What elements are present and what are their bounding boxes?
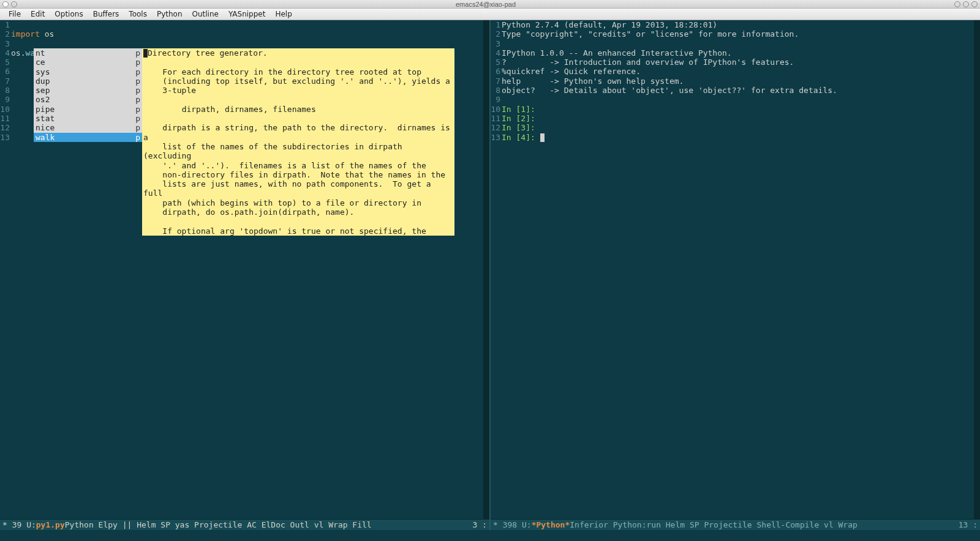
right-code-area[interactable]: Python 2.7.4 (default, Apr 19 2013, 18:2…	[502, 20, 974, 519]
right-pane: 12345678910111213 Python 2.7.4 (default,…	[491, 20, 980, 530]
module-os: os	[45, 29, 55, 39]
minibuffer[interactable]	[0, 530, 980, 541]
left-code-area[interactable]: import os os.walk ntpcepsyspduppseppos2p…	[11, 20, 483, 519]
keep-above-icon[interactable]	[11, 1, 17, 7]
menu-edit[interactable]: Edit	[26, 10, 50, 18]
right-gutter: 12345678910111213	[491, 20, 502, 519]
keyword-import: import	[11, 29, 40, 39]
completion-popup[interactable]: ntpcepsyspduppseppos2ppipepstatpnicepwal…	[34, 48, 142, 142]
menu-outline[interactable]: Outline	[187, 10, 224, 18]
menubar: File Edit Options Buffers Tools Python O…	[0, 9, 980, 20]
doc-popup: Directory tree generator. For each direc…	[142, 48, 454, 236]
menu-options[interactable]: Options	[50, 10, 88, 18]
repl-cursor	[540, 133, 545, 142]
titlebar-left-controls	[2, 1, 17, 7]
completion-item[interactable]: nicep	[34, 123, 142, 132]
completion-item[interactable]: pipep	[34, 105, 142, 114]
completion-item[interactable]: dupp	[34, 76, 142, 86]
call-prefix: os.	[11, 48, 25, 58]
modeline-left-filename: py1.py	[36, 520, 65, 529]
menu-python[interactable]: Python	[152, 10, 187, 18]
modeline-right-pos: 13 :	[959, 520, 978, 529]
modeline-right-status: * 398 U:	[493, 520, 532, 529]
completion-item[interactable]: sysp	[34, 67, 142, 76]
modeline-right-filename: *Python*	[532, 520, 570, 529]
modeline-left-modes: Python Elpy || Helm SP yas Projectile AC…	[65, 520, 372, 529]
modeline-left-pos: 3 :	[473, 520, 487, 529]
completion-item[interactable]: os2p	[34, 95, 142, 104]
doc-cursor	[143, 49, 148, 58]
menu-yasnippet[interactable]: YASnippet	[224, 10, 271, 18]
window-titlebar: emacs24@xiao-pad	[0, 0, 980, 9]
app-menu-icon[interactable]	[2, 1, 9, 7]
completion-item[interactable]: ntp	[34, 48, 142, 58]
modeline-left-status: * 39 U:	[2, 520, 36, 529]
close-icon[interactable]	[971, 1, 978, 7]
menu-file[interactable]: File	[4, 10, 26, 18]
editor-panes: 12345678910111213 import os os.walk ntpc…	[0, 20, 980, 530]
menu-help[interactable]: Help	[270, 10, 296, 18]
left-modeline: * 39 U: py1.py Python Elpy || Helm SP ya…	[0, 519, 489, 530]
left-pane: 12345678910111213 import os os.walk ntpc…	[0, 20, 489, 530]
menu-buffers[interactable]: Buffers	[88, 10, 124, 18]
completion-item[interactable]: walkp	[34, 133, 142, 142]
window-title: emacs24@xiao-pad	[17, 1, 954, 8]
doc-text: Directory tree generator. For each direc…	[143, 48, 454, 236]
minimize-icon[interactable]	[954, 1, 960, 7]
maximize-icon[interactable]	[963, 1, 969, 7]
left-gutter: 12345678910111213	[0, 20, 11, 519]
modeline-right-modes: Inferior Python:run Helm SP Projectile S…	[570, 520, 858, 529]
left-scrollbar[interactable]	[483, 20, 489, 519]
right-modeline: * 398 U: *Python* Inferior Python:run He…	[491, 519, 980, 530]
right-scrollbar[interactable]	[974, 20, 980, 519]
titlebar-right-controls	[954, 1, 978, 7]
completion-item[interactable]: sepp	[34, 86, 142, 95]
completion-item[interactable]: cep	[34, 58, 142, 67]
menu-tools[interactable]: Tools	[124, 10, 152, 18]
completion-item[interactable]: statp	[34, 114, 142, 123]
